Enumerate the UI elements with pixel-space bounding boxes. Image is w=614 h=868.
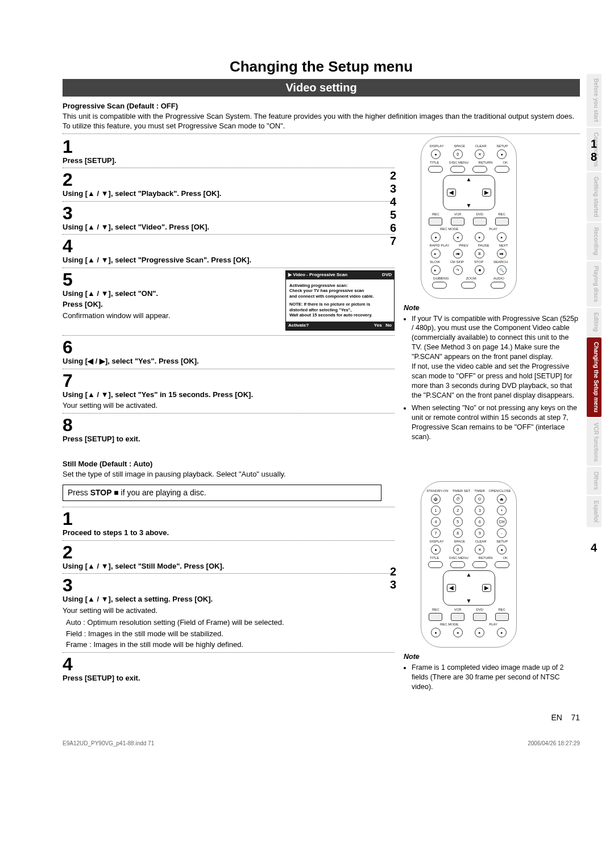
- note-box: Note If your TV is compatible with Progr…: [404, 303, 580, 442]
- sidetab: Recording: [587, 223, 601, 260]
- sidetab: Español: [587, 496, 601, 527]
- dpad-icon: ▲▼ ◀▶: [443, 175, 495, 210]
- divider: [63, 507, 395, 507]
- divider: [63, 201, 395, 202]
- sidetab-active: Changing the Setup menu: [587, 337, 601, 417]
- print-footer: E9A12UD_PY90VG_p41-88.indd 71 2006/04/26…: [63, 740, 580, 748]
- step-text: Press [SETUP] to exit.: [63, 434, 395, 444]
- note-item: If your TV is compatible with Progressiv…: [412, 314, 580, 400]
- sidetab: VCR functions: [587, 418, 601, 466]
- osd-line: distorted after selecting "Yes",: [289, 307, 391, 313]
- stop-instruction: Press STOP ■ if you are playing a disc.: [63, 485, 381, 501]
- section-title: Video setting: [63, 79, 580, 97]
- prog-desc: This unit is compatible with the Progres…: [63, 111, 580, 131]
- osd-line: and connect with component video cable.: [289, 294, 391, 299]
- callout: 4: [591, 541, 597, 554]
- osd-line: Check your TV has progressive scan: [289, 288, 391, 294]
- osd-dvd: DVD: [382, 272, 392, 278]
- step-number: 4: [63, 655, 395, 673]
- osd-no: No: [385, 323, 392, 328]
- still-heading: Still Mode (Default : Auto): [63, 459, 580, 469]
- divider: [63, 268, 395, 268]
- osd-line: Activating progressive scan:: [289, 283, 391, 289]
- footer-right: 2006/04/26 18:27:29: [528, 740, 580, 748]
- step-text: Press [SETUP].: [63, 156, 395, 166]
- osd-yes: Yes: [374, 323, 382, 328]
- step-number: 8: [63, 416, 395, 434]
- step-number: 3: [63, 204, 395, 222]
- step-number: 2: [63, 170, 395, 189]
- still-definitions: Auto : Optimum resolution setting (Field…: [66, 617, 395, 650]
- step-number: 2: [63, 543, 395, 561]
- osd-dialog: ▶ Video - Progressive Scan DVD Activatin…: [285, 270, 395, 331]
- dpad-icon: ▲▼ ◀▶: [443, 570, 495, 606]
- sidetab: Editing: [587, 308, 601, 336]
- step-text: Using [▲ / ▼], select a setting. Press […: [63, 594, 395, 604]
- step-text: Using [▲ / ▼], select "Playback". Press …: [63, 189, 395, 199]
- step-number: 1: [63, 510, 395, 528]
- step-number: 3: [63, 576, 395, 594]
- callout: 234567: [390, 169, 396, 248]
- divider: [63, 652, 395, 653]
- osd-title: Video - Progressive Scan: [293, 272, 347, 277]
- divider: [63, 335, 395, 336]
- osd-line: NOTE: If there is no picture or picture …: [289, 302, 391, 307]
- remote-figure: DISPLAY SPACE CLEAR SETUP ●0✕● TITLE DIS…: [421, 136, 517, 299]
- step-text: Using [▲ / ▼], select "Progressive Scan"…: [63, 255, 395, 265]
- sidetab: Playing discs: [587, 261, 601, 307]
- def-frame: Frame : Images in the still mode will be…: [66, 640, 395, 650]
- divider: [63, 413, 395, 414]
- step-number: 7: [63, 372, 395, 390]
- footer-left: E9A12UD_PY90VG_p41-88.indd 71: [63, 740, 154, 748]
- note-title: Note: [404, 303, 580, 313]
- divider: [63, 168, 395, 168]
- callout: 18: [591, 137, 597, 164]
- step-number: 1: [63, 137, 395, 156]
- osd-activate: Activate?: [288, 323, 309, 329]
- sidetab: Others: [587, 467, 601, 494]
- step-note: Your setting will be activated.: [63, 400, 395, 411]
- divider: [63, 133, 580, 134]
- remote-figure: STANDBY-ON TIMER SET TIMER OPEN/CLOSE ⏻⏱…: [421, 481, 517, 648]
- note-item: When selecting "No" or not pressing any …: [412, 403, 580, 442]
- step-text: Using [◀ / ▶], select "Yes". Press [OK].: [63, 356, 395, 366]
- still-desc: Set the type of still image in pausing p…: [63, 469, 580, 479]
- sidetab: Before you start: [587, 74, 601, 127]
- step-text: Proceed to steps 1 to 3 above.: [63, 528, 395, 538]
- step-number: 4: [63, 237, 395, 255]
- step-text: Press [SETUP] to exit.: [63, 673, 395, 683]
- step-text: Using [▲ / ▼], select "Yes" in 15 second…: [63, 390, 395, 400]
- page-number: EN 71: [63, 712, 580, 723]
- page-banner: Changing the Setup menu: [63, 57, 580, 77]
- divider: [63, 369, 395, 369]
- step-note: Your setting will be activated.: [63, 606, 395, 616]
- page-title: Changing the Setup menu: [224, 57, 418, 77]
- osd-line: Wait about 15 seconds for auto recovery.: [289, 312, 391, 318]
- step-text: Using [▲ / ▼], select "Still Mode". Pres…: [63, 561, 395, 571]
- step-text: Using [▲ / ▼], select "Video". Press [OK…: [63, 222, 395, 232]
- note-title: Note: [404, 652, 580, 662]
- divider: [63, 540, 395, 541]
- def-field: Field : Images in the still mode will be…: [66, 629, 395, 639]
- note-box: Note Frame is 1 completed video image ma…: [404, 652, 580, 692]
- prog-heading: Progressive Scan (Default : OFF): [63, 101, 580, 111]
- def-auto: Auto : Optimum resolution setting (Field…: [66, 617, 395, 628]
- sidetab: Getting started: [587, 172, 601, 222]
- callout: 23: [390, 565, 396, 591]
- step-number: 6: [63, 338, 395, 356]
- divider: [63, 234, 395, 235]
- divider: [63, 573, 395, 574]
- note-item: Frame is 1 completed video image made up…: [412, 663, 580, 692]
